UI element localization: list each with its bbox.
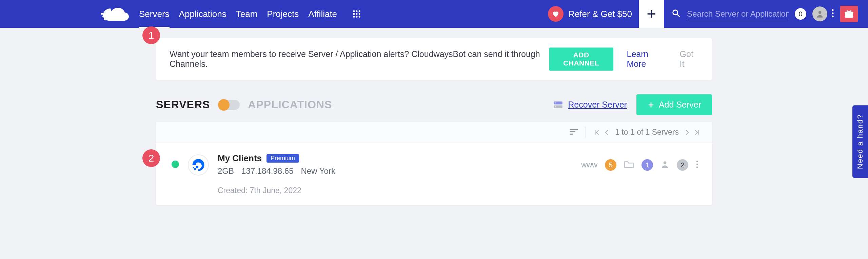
add-button[interactable]: [639, 0, 664, 28]
apps-grid-icon[interactable]: [352, 9, 361, 19]
segment-toggle[interactable]: [218, 100, 240, 110]
status-indicator: [172, 161, 179, 168]
divider: [586, 127, 586, 138]
help-tab[interactable]: Need a hand?: [852, 105, 868, 178]
server-stats: www 5 1 2: [581, 159, 698, 171]
svg-rect-23: [554, 101, 563, 105]
svg-rect-0: [101, 13, 107, 15]
svg-point-14: [673, 10, 678, 15]
nav-projects[interactable]: Projects: [267, 0, 299, 28]
svg-point-6: [353, 13, 355, 15]
svg-rect-1: [102, 16, 107, 17]
plus-icon: [647, 101, 655, 109]
main-nav: Servers Applications Team Projects Affil…: [139, 0, 337, 28]
server-size: 2GB: [218, 166, 234, 176]
server-info: My Clients Premium 2GB 137.184.98.65 New…: [218, 153, 335, 195]
got-it-button[interactable]: Got It: [680, 49, 698, 69]
add-channel-button[interactable]: ADD CHANNEL: [549, 48, 613, 71]
pager-text: 1 to 1 of 1 Servers: [615, 128, 679, 137]
more-menu-icon[interactable]: [831, 8, 834, 19]
nav-affiliate[interactable]: Affiliate: [308, 0, 337, 28]
svg-point-40: [696, 167, 698, 168]
svg-point-3: [353, 10, 355, 12]
nav-servers[interactable]: Servers: [139, 0, 170, 28]
svg-line-15: [677, 15, 680, 17]
svg-point-7: [356, 13, 358, 15]
app-header: Servers Applications Team Projects Affil…: [0, 0, 868, 28]
premium-badge: Premium: [267, 154, 299, 163]
svg-point-9: [353, 16, 355, 18]
nav-applications[interactable]: Applications: [179, 0, 226, 28]
list-header: 1 to 1 of 1 Servers: [156, 122, 712, 143]
logo[interactable]: [100, 6, 130, 21]
recover-server-link[interactable]: Recover Server: [568, 100, 627, 110]
pager-first-icon[interactable]: [594, 129, 600, 135]
sort-icon[interactable]: [569, 128, 579, 137]
folder-icon: [624, 160, 634, 170]
svg-point-38: [696, 161, 698, 162]
learn-more-link[interactable]: Learn More: [627, 49, 666, 69]
svg-point-39: [696, 164, 698, 165]
toggle-knob: [218, 99, 230, 111]
pager-prev-icon[interactable]: [604, 129, 609, 135]
add-server-button[interactable]: Add Server: [636, 94, 712, 115]
heart-icon: [548, 6, 564, 22]
provider-icon: [188, 154, 209, 175]
view-toggle-row: SERVERS APPLICATIONS Recover Server Add …: [156, 94, 712, 115]
server-region: New York: [301, 166, 335, 176]
banner-text: Want your team members to receive Server…: [170, 49, 542, 69]
gift-button[interactable]: [840, 6, 858, 22]
annotation-1: 1: [142, 26, 160, 44]
pager-last-icon[interactable]: [694, 129, 700, 135]
segment-applications[interactable]: APPLICATIONS: [248, 98, 332, 111]
recover-server[interactable]: Recover Server: [552, 99, 627, 111]
svg-point-5: [359, 10, 360, 12]
svg-point-11: [359, 16, 360, 18]
projects-count-badge[interactable]: 1: [642, 159, 653, 171]
svg-point-25: [555, 102, 556, 103]
annotation-2: 2: [142, 149, 160, 167]
svg-point-26: [555, 106, 556, 107]
refer-link[interactable]: Refer & Get $50: [548, 6, 632, 22]
svg-rect-34: [196, 166, 199, 169]
svg-rect-22: [849, 12, 850, 18]
svg-point-19: [832, 16, 833, 17]
server-ip: 137.184.98.65: [241, 166, 293, 176]
add-server-label: Add Server: [659, 100, 701, 110]
svg-point-8: [359, 13, 360, 15]
users-count-badge[interactable]: 2: [677, 159, 688, 171]
recover-icon: [552, 99, 564, 111]
server-row[interactable]: My Clients Premium 2GB 137.184.98.65 New…: [156, 143, 712, 205]
avatar[interactable]: [812, 6, 827, 21]
notification-count[interactable]: 0: [795, 8, 806, 20]
svg-rect-35: [194, 168, 196, 170]
svg-point-18: [832, 12, 833, 14]
user-icon: [660, 160, 669, 170]
refer-label: Refer & Get $50: [568, 9, 632, 19]
server-created: Created: 7th June, 2022: [218, 186, 335, 195]
apps-count-badge[interactable]: 5: [605, 159, 616, 171]
search-input[interactable]: [687, 7, 789, 21]
segment-servers[interactable]: SERVERS: [156, 98, 210, 111]
svg-rect-24: [554, 105, 563, 108]
search-icon[interactable]: [671, 8, 681, 19]
row-more-icon[interactable]: [696, 160, 698, 170]
svg-point-37: [664, 161, 667, 164]
svg-point-4: [356, 10, 358, 12]
svg-point-17: [832, 9, 833, 11]
www-label: www: [581, 161, 597, 169]
pager-next-icon[interactable]: [685, 129, 690, 135]
svg-rect-2: [104, 19, 107, 20]
channels-banner: Want your team members to receive Server…: [156, 38, 712, 80]
servers-list: 1 to 1 of 1 Servers My Clients Premium 2…: [156, 122, 712, 205]
svg-rect-36: [193, 167, 194, 168]
server-name: My Clients: [218, 153, 262, 164]
svg-point-16: [818, 11, 822, 14]
svg-point-10: [356, 16, 358, 18]
nav-team[interactable]: Team: [236, 0, 258, 28]
